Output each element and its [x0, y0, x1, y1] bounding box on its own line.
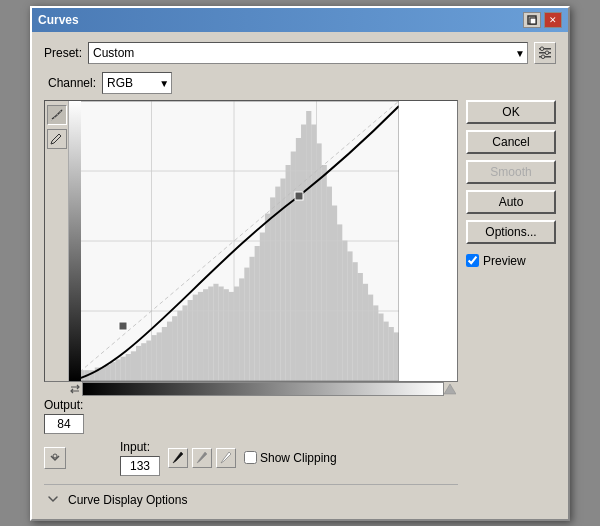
input-gradient-bar: [82, 382, 444, 396]
smooth-button[interactable]: Smooth: [466, 160, 556, 184]
preset-row: Preset: Custom Default Strong Contrast M…: [44, 42, 556, 64]
input-col: Input:: [120, 440, 160, 476]
bottom-gradient-wrap: [68, 382, 458, 396]
window-controls: ✕: [523, 12, 562, 28]
curve-display-label: Curve Display Options: [68, 493, 187, 507]
curve-tools: [45, 101, 69, 381]
expand-button[interactable]: [44, 447, 66, 469]
svg-point-7: [541, 54, 545, 58]
auto-button[interactable]: Auto: [466, 190, 556, 214]
preview-row: Preview: [466, 254, 556, 268]
close-button[interactable]: ✕: [544, 12, 562, 28]
main-area: Channel: RGB Red Green Blue ▼: [44, 72, 556, 509]
black-point-eyedropper[interactable]: [168, 448, 188, 468]
curves-dialog: Curves ✕ Preset: Custom Default Strong C…: [30, 6, 570, 521]
preview-label: Preview: [483, 254, 526, 268]
curve-display-expand[interactable]: [44, 491, 62, 509]
curve-display-row: Curve Display Options: [44, 484, 458, 509]
channel-select[interactable]: RGB Red Green Blue: [102, 72, 172, 94]
eyedroppers: Show Clipping: [168, 448, 337, 468]
channel-select-wrap: RGB Red Green Blue ▼: [102, 72, 172, 94]
input-value[interactable]: [120, 456, 160, 476]
preset-options-button[interactable]: [534, 42, 556, 64]
channel-row: Channel: RGB Red Green Blue ▼: [44, 72, 458, 94]
ok-button[interactable]: OK: [466, 100, 556, 124]
curve-canvas-wrap[interactable]: [69, 101, 457, 381]
left-panel: Channel: RGB Red Green Blue ▼: [44, 72, 458, 509]
output-input-area: Output:: [44, 398, 458, 434]
right-panel: OK Cancel Smooth Auto Options... Preview: [466, 72, 556, 509]
preset-select-wrap: Custom Default Strong Contrast Medium Co…: [88, 42, 528, 64]
restore-button[interactable]: [523, 12, 541, 28]
window-title: Curves: [38, 13, 79, 27]
output-gradient-bar: [24, 0, 38, 490]
preview-checkbox[interactable]: [466, 254, 479, 267]
output-col: Output:: [44, 398, 114, 434]
curves-canvas[interactable]: [69, 101, 399, 381]
output-value[interactable]: [44, 414, 84, 434]
svg-marker-8: [444, 384, 456, 394]
svg-point-5: [540, 46, 544, 50]
cancel-button[interactable]: Cancel: [466, 130, 556, 154]
channel-label: Channel:: [48, 76, 96, 90]
preset-label: Preset:: [44, 46, 82, 60]
eyedropper-input-row: Input:: [44, 440, 458, 476]
dialog-content: Preset: Custom Default Strong Contrast M…: [32, 32, 568, 519]
show-clipping-wrap: Show Clipping: [244, 451, 337, 465]
curve-container: [44, 100, 458, 382]
output-label: Output:: [44, 398, 83, 412]
svg-point-9: [53, 454, 57, 458]
input-label: Input:: [120, 440, 150, 454]
options-button[interactable]: Options...: [466, 220, 556, 244]
gradient-triangle-right: [444, 382, 458, 396]
pencil-tool-button[interactable]: [47, 129, 67, 149]
show-clipping-checkbox[interactable]: [244, 451, 257, 464]
svg-rect-1: [530, 18, 536, 24]
swap-gradient-button[interactable]: [68, 382, 82, 396]
svg-point-6: [545, 50, 549, 54]
title-bar: Curves ✕: [32, 8, 568, 32]
curve-tool-button[interactable]: [47, 105, 67, 125]
white-point-eyedropper[interactable]: [216, 448, 236, 468]
show-clipping-label: Show Clipping: [260, 451, 337, 465]
bottom-section: Input:: [44, 438, 458, 509]
preset-select[interactable]: Custom Default Strong Contrast Medium Co…: [88, 42, 528, 64]
gray-point-eyedropper[interactable]: [192, 448, 212, 468]
